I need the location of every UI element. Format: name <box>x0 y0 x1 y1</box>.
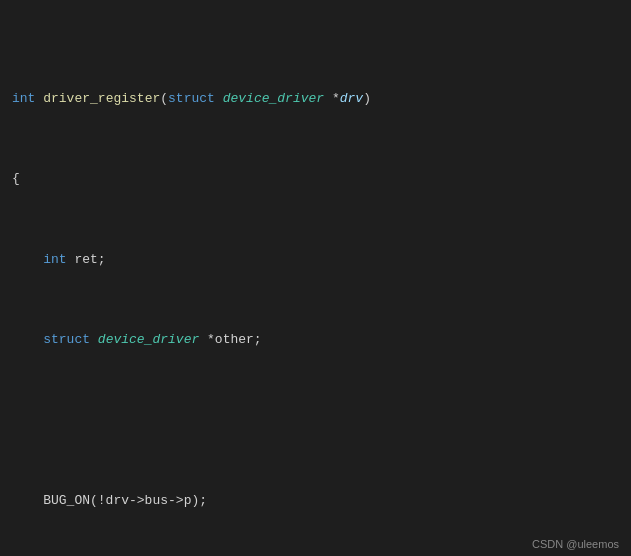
line-5 <box>12 411 619 431</box>
line-3: int ret; <box>12 250 619 270</box>
line-4: struct device_driver *other; <box>12 330 619 350</box>
line-1: int driver_register(struct device_driver… <box>12 89 619 109</box>
code-block: int driver_register(struct device_driver… <box>0 0 631 556</box>
line-2: { <box>12 169 619 189</box>
footer-attribution: CSDN @uleemos <box>532 538 619 550</box>
line-6: BUG_ON(!drv->bus->p); <box>12 491 619 511</box>
footer-text: CSDN @uleemos <box>532 538 619 550</box>
func-name: driver_register <box>43 91 160 106</box>
keyword-int: int <box>12 91 35 106</box>
